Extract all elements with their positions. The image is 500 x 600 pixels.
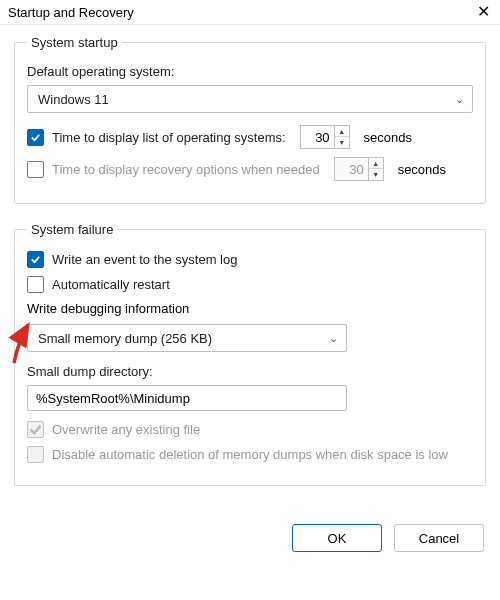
time-recovery-row: Time to display recovery options when ne… — [27, 157, 473, 181]
ok-button[interactable]: OK — [292, 524, 382, 552]
disable-auto-del-checkbox — [27, 446, 44, 463]
time-recovery-value: 30 — [334, 157, 368, 181]
write-event-row: Write an event to the system log — [27, 251, 473, 268]
dump-dir-input[interactable]: %SystemRoot%\Minidump — [27, 385, 347, 411]
time-os-row: Time to display list of operating system… — [27, 125, 473, 149]
spinner-up-icon: ▲ — [369, 158, 383, 169]
system-failure-group: System failure Write an event to the sys… — [14, 222, 486, 486]
auto-restart-label: Automatically restart — [52, 277, 170, 292]
dump-dir-label: Small dump directory: — [27, 364, 473, 379]
dump-type-select[interactable]: Small memory dump (256 KB) ⌄ — [27, 324, 347, 352]
cancel-button[interactable]: Cancel — [394, 524, 484, 552]
titlebar: Startup and Recovery ✕ — [0, 0, 500, 25]
spinner-down-icon[interactable]: ▼ — [335, 137, 349, 148]
auto-restart-checkbox[interactable] — [27, 276, 44, 293]
write-debug-label: Write debugging information — [27, 301, 473, 316]
spinner-down-icon: ▼ — [369, 169, 383, 180]
seconds-label: seconds — [398, 162, 446, 177]
disable-auto-del-row: Disable automatic deletion of memory dum… — [27, 446, 473, 463]
time-os-label: Time to display list of operating system… — [52, 130, 286, 145]
default-os-select[interactable]: Windows 11 ⌄ — [27, 85, 473, 113]
system-startup-legend: System startup — [27, 35, 122, 50]
system-failure-legend: System failure — [27, 222, 117, 237]
time-recovery-label: Time to display recovery options when ne… — [52, 162, 320, 177]
spinner-up-icon[interactable]: ▲ — [335, 126, 349, 137]
dialog-footer: OK Cancel — [0, 518, 500, 562]
system-startup-group: System startup Default operating system:… — [14, 35, 486, 204]
write-event-checkbox[interactable] — [27, 251, 44, 268]
dump-type-value: Small memory dump (256 KB) — [38, 331, 212, 346]
dump-dir-value: %SystemRoot%\Minidump — [36, 391, 190, 406]
chevron-down-icon: ⌄ — [329, 332, 338, 345]
seconds-label: seconds — [364, 130, 412, 145]
default-os-value: Windows 11 — [38, 92, 109, 107]
overwrite-row: Overwrite any existing file — [27, 421, 473, 438]
write-event-label: Write an event to the system log — [52, 252, 237, 267]
overwrite-label: Overwrite any existing file — [52, 422, 200, 437]
default-os-label: Default operating system: — [27, 64, 473, 79]
chevron-down-icon: ⌄ — [455, 93, 464, 106]
auto-restart-row: Automatically restart — [27, 276, 473, 293]
time-os-spinner[interactable]: 30 ▲▼ — [300, 125, 350, 149]
time-recovery-spinner: 30 ▲▼ — [334, 157, 384, 181]
time-os-value: 30 — [300, 125, 334, 149]
time-os-checkbox[interactable] — [27, 129, 44, 146]
time-recovery-checkbox[interactable] — [27, 161, 44, 178]
window-title: Startup and Recovery — [8, 5, 134, 20]
overwrite-checkbox — [27, 421, 44, 438]
disable-auto-del-label: Disable automatic deletion of memory dum… — [52, 447, 448, 462]
close-icon[interactable]: ✕ — [477, 4, 490, 20]
